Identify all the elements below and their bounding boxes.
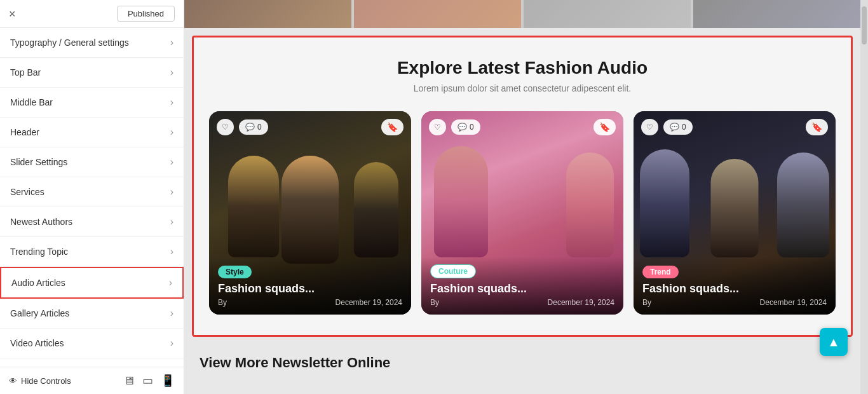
sidebar-footer: 👁 Hide Controls 🖥 ▭ 📱 xyxy=(0,367,184,394)
sidebar-item-newest-authors[interactable]: Newest Authors › xyxy=(0,207,184,237)
scroll-thumb xyxy=(862,6,867,44)
scroll-up-button[interactable]: ▲ xyxy=(820,328,848,356)
published-button[interactable]: Published xyxy=(117,6,175,22)
sidebar-item-top-bar[interactable]: Top Bar › xyxy=(0,58,184,88)
sidebar-item-middle-bar[interactable]: Middle Bar › xyxy=(0,88,184,118)
chevron-icon: › xyxy=(170,308,173,319)
sidebar-item-label: Slider Settings xyxy=(10,157,67,167)
comment-icon-2: 💬 xyxy=(458,123,467,132)
card-2-tag: Couture xyxy=(430,264,476,278)
sidebar: × Published Typography / General setting… xyxy=(0,0,184,394)
sidebar-item-gallery-articles[interactable]: Gallery Articles › xyxy=(0,299,184,329)
card-1-date: December 19, 2024 xyxy=(336,298,402,307)
chevron-icon: › xyxy=(170,186,173,198)
section-subtitle: Lorem ipsum dolor sit amet consectetur a… xyxy=(209,83,836,93)
card-1-bookmark-button[interactable]: 🔖 xyxy=(381,119,403,135)
top-image-2 xyxy=(354,0,521,28)
card-2-meta: By December 19, 2024 xyxy=(430,298,614,307)
card-3[interactable]: ♡ 💬 0 🔖 Trend Fashion squads... By xyxy=(634,111,836,315)
card-1-comment-button[interactable]: 💬 0 xyxy=(239,119,268,135)
main-content: Explore Latest Fashion Audio Lorem ipsum… xyxy=(184,0,860,394)
chevron-icon: › xyxy=(170,156,173,168)
comment-icon-3: 💬 xyxy=(670,123,679,132)
sidebar-item-podcasts-live[interactable]: Podcasts Live › xyxy=(0,358,184,367)
close-button[interactable]: × xyxy=(9,8,16,20)
sidebar-item-label: Typography / General settings xyxy=(10,37,129,48)
card-1-headline: Fashion squads... xyxy=(218,282,402,296)
card-3-actions: ♡ 💬 0 🔖 xyxy=(641,119,828,135)
card-2-date: December 19, 2024 xyxy=(548,298,614,307)
figure-left-2 xyxy=(434,146,488,257)
card-3-bottom: Trend Fashion squads... By December 19, … xyxy=(634,258,836,315)
sidebar-item-video-articles[interactable]: Video Articles › xyxy=(0,329,184,358)
sidebar-item-audio-articles[interactable]: Audio Articles › xyxy=(0,267,184,299)
sidebar-item-label: Top Bar xyxy=(10,67,41,78)
sidebar-item-header[interactable]: Header › xyxy=(0,118,184,147)
card-3-comment-count: 0 xyxy=(682,123,686,132)
sidebar-item-label: Header xyxy=(10,127,39,137)
card-2-actions: ♡ 💬 0 🔖 xyxy=(429,119,616,135)
chevron-icon: › xyxy=(169,277,172,289)
top-image-3 xyxy=(524,0,691,28)
figure-left xyxy=(228,156,279,257)
sidebar-item-label: Trending Topic xyxy=(10,247,68,257)
sidebar-item-label: Audio Articles xyxy=(11,278,65,288)
sidebar-item-trending-topic[interactable]: Trending Topic › xyxy=(0,237,184,267)
chevron-icon: › xyxy=(170,216,173,228)
hide-controls-button[interactable]: 👁 Hide Controls xyxy=(9,376,71,386)
card-1-by: By xyxy=(218,298,227,307)
card-3-headline: Fashion squads... xyxy=(642,282,827,296)
top-image-1 xyxy=(184,0,351,28)
monitor-icon[interactable]: 🖥 xyxy=(123,374,135,388)
top-image-4 xyxy=(693,0,860,28)
sidebar-item-label: Services xyxy=(10,187,44,197)
top-images-strip xyxy=(184,0,860,28)
comment-icon: 💬 xyxy=(245,123,255,132)
sidebar-item-label: Middle Bar xyxy=(10,97,53,107)
figure-right-2 xyxy=(566,153,614,257)
figure-center xyxy=(281,156,339,264)
sidebar-item-slider-settings[interactable]: Slider Settings › xyxy=(0,147,184,177)
card-3-by: By xyxy=(642,298,651,307)
card-1-comment-count: 0 xyxy=(257,123,262,132)
cards-row: ♡ 💬 0 🔖 Style Fashion squads... By xyxy=(209,111,836,315)
card-2-bottom: Couture Fashion squads... By December 19… xyxy=(421,257,623,315)
card-2-comment-count: 0 xyxy=(470,123,474,132)
card-2-by: By xyxy=(430,298,439,307)
card-3-comment-button[interactable]: 💬 0 xyxy=(663,119,693,135)
card-1[interactable]: ♡ 💬 0 🔖 Style Fashion squads... By xyxy=(209,111,411,315)
figure-right xyxy=(354,162,398,257)
card-1-like-button[interactable]: ♡ xyxy=(217,119,234,135)
eye-icon: 👁 xyxy=(9,376,17,386)
section-title: Explore Latest Fashion Audio xyxy=(209,58,836,78)
card-2-like-button[interactable]: ♡ xyxy=(429,119,446,135)
mobile-icon[interactable]: 📱 xyxy=(161,374,175,388)
sidebar-item-typography[interactable]: Typography / General settings › xyxy=(0,28,184,58)
bottom-teaser: View More Newsletter Online xyxy=(184,344,860,376)
chevron-icon: › xyxy=(170,37,173,48)
sidebar-top-bar: × Published xyxy=(0,0,184,28)
chevron-icon: › xyxy=(170,337,173,349)
card-2-headline: Fashion squads... xyxy=(430,282,614,296)
card-3-like-button[interactable]: ♡ xyxy=(641,119,658,135)
card-2[interactable]: ♡ 💬 0 🔖 Couture Fashion squads... By xyxy=(421,111,623,315)
card-1-meta: By December 19, 2024 xyxy=(218,298,402,307)
chevron-icon: › xyxy=(170,126,173,138)
card-2-bookmark-button[interactable]: 🔖 xyxy=(593,119,616,135)
hide-controls-label: Hide Controls xyxy=(21,376,71,386)
sidebar-item-label: Gallery Articles xyxy=(10,308,69,318)
chevron-icon: › xyxy=(170,246,173,257)
card-3-bookmark-button[interactable]: 🔖 xyxy=(806,119,828,135)
figure-left-3 xyxy=(640,149,689,257)
sidebar-item-label: Newest Authors xyxy=(10,217,72,227)
card-3-tag: Trend xyxy=(642,266,679,278)
tablet-icon[interactable]: ▭ xyxy=(142,374,153,388)
audio-articles-section: Explore Latest Fashion Audio Lorem ipsum… xyxy=(192,36,853,337)
chevron-icon: › xyxy=(170,97,173,108)
card-2-comment-button[interactable]: 💬 0 xyxy=(451,119,480,135)
sidebar-item-services[interactable]: Services › xyxy=(0,177,184,207)
card-3-date: December 19, 2024 xyxy=(760,298,827,307)
card-1-bottom: Style Fashion squads... By December 19, … xyxy=(209,258,411,315)
right-scrollbar[interactable] xyxy=(860,0,868,394)
device-icons: 🖥 ▭ 📱 xyxy=(123,374,175,388)
